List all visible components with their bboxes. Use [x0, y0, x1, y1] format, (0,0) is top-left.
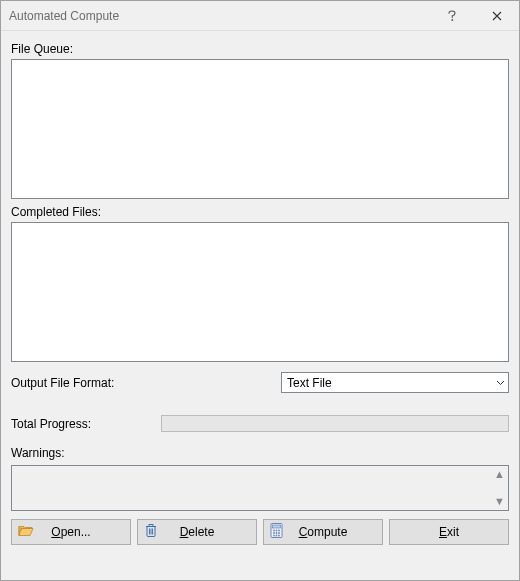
warnings-box[interactable]: ▲ ▼: [11, 465, 509, 511]
open-button[interactable]: Open...: [11, 519, 131, 545]
exit-button[interactable]: Exit: [389, 519, 509, 545]
completed-files-label: Completed Files:: [11, 205, 509, 219]
scroll-down-icon[interactable]: ▼: [494, 496, 505, 507]
trash-icon: [144, 523, 158, 542]
close-button[interactable]: [474, 1, 519, 30]
output-format-select[interactable]: Text File: [281, 372, 509, 393]
output-format-value: Text File: [287, 376, 332, 390]
close-icon: [492, 11, 502, 21]
svg-point-6: [278, 530, 280, 532]
compute-button[interactable]: Compute: [263, 519, 383, 545]
svg-point-5: [276, 530, 278, 532]
help-button[interactable]: [429, 1, 474, 30]
svg-point-10: [273, 535, 275, 537]
svg-point-9: [278, 532, 280, 534]
warnings-label: Warnings:: [11, 446, 509, 460]
scroll-up-icon[interactable]: ▲: [494, 469, 505, 480]
file-queue-list[interactable]: [11, 59, 509, 199]
automated-compute-dialog: Automated Compute File Queue: Completed …: [0, 0, 520, 581]
completed-files-list[interactable]: [11, 222, 509, 362]
svg-rect-3: [273, 525, 281, 528]
dialog-body: File Queue: Completed Files: Output File…: [1, 31, 519, 580]
exit-button-label: Exit: [396, 525, 502, 539]
help-icon: [447, 10, 457, 22]
svg-point-8: [276, 532, 278, 534]
output-format-label: Output File Format:: [11, 376, 281, 390]
window-title: Automated Compute: [1, 9, 429, 23]
file-queue-label: File Queue:: [11, 42, 509, 56]
delete-button-label: Delete: [144, 525, 250, 539]
button-row: Open... Delete: [11, 519, 509, 545]
svg-point-12: [278, 535, 280, 537]
output-format-row: Output File Format: Text File: [11, 372, 509, 393]
svg-point-4: [273, 530, 275, 532]
calculator-icon: [270, 523, 283, 542]
output-format-select-wrap: Text File: [281, 372, 509, 393]
compute-button-label: Compute: [270, 525, 376, 539]
svg-point-7: [273, 532, 275, 534]
total-progress-row: Total Progress:: [11, 415, 509, 432]
svg-point-11: [276, 535, 278, 537]
folder-open-icon: [18, 524, 34, 541]
total-progress-label: Total Progress:: [11, 417, 161, 431]
svg-point-0: [451, 19, 453, 21]
total-progress-bar: [161, 415, 509, 432]
titlebar: Automated Compute: [1, 1, 519, 31]
delete-button[interactable]: Delete: [137, 519, 257, 545]
